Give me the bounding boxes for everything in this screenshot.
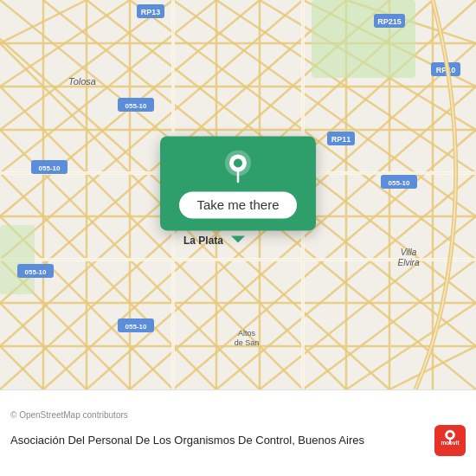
svg-text:Villa: Villa <box>401 248 417 257</box>
svg-point-91 <box>447 433 453 438</box>
location-pin-icon <box>221 150 255 184</box>
svg-text:La Plata: La Plata <box>183 235 223 247</box>
svg-text:RP11: RP11 <box>331 135 351 144</box>
svg-text:RP13: RP13 <box>141 8 161 16</box>
location-row: Asociación Del Personal De Los Organismo… <box>10 425 466 456</box>
location-name: Asociación Del Personal De Los Organismo… <box>10 433 426 448</box>
svg-text:055-10: 055-10 <box>39 164 61 172</box>
svg-text:Elvira: Elvira <box>397 258 419 267</box>
svg-text:055-10: 055-10 <box>389 179 410 187</box>
bottom-info-bar: © OpenStreetMap contributors Asociación … <box>0 389 476 476</box>
svg-text:055-10: 055-10 <box>25 268 47 276</box>
svg-text:Tolosa: Tolosa <box>68 76 96 87</box>
svg-text:RP215: RP215 <box>377 17 402 26</box>
map-view: RP13 RP215 RP10 RP11 055-10 055-10 055-1… <box>0 0 476 389</box>
moovit-icon: moovit <box>434 425 466 456</box>
copyright-text: © OpenStreetMap contributors <box>10 410 466 420</box>
svg-text:Altos: Altos <box>238 329 256 338</box>
location-popup[interactable]: Take me there <box>160 136 316 230</box>
svg-point-87 <box>234 158 242 167</box>
moovit-logo[interactable]: moovit <box>434 425 466 456</box>
svg-rect-59 <box>312 0 415 78</box>
svg-text:055-10: 055-10 <box>125 102 147 110</box>
svg-text:055-10: 055-10 <box>125 323 147 331</box>
take-me-there-button[interactable]: Take me there <box>179 191 296 218</box>
svg-text:de San: de San <box>235 338 260 347</box>
svg-rect-60 <box>0 225 35 294</box>
